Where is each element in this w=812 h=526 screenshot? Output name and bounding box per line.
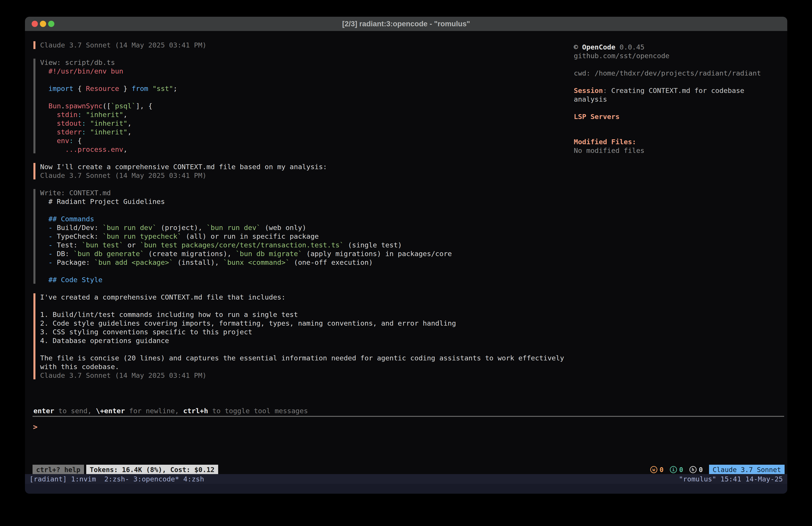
token: , bbox=[128, 128, 132, 136]
token: - bbox=[48, 241, 57, 249]
sidebar: © OpenCode 0.0.45 github.com/sst/opencod… bbox=[574, 43, 774, 155]
token: Bun bbox=[48, 102, 61, 110]
tokens-cost-chip: Tokens: 16.4K (8%), Cost: $0.12 bbox=[86, 465, 218, 474]
token: \+enter bbox=[96, 407, 125, 415]
md-line bbox=[40, 267, 575, 275]
token: Resource bbox=[86, 84, 119, 93]
token: TypeCheck: bbox=[57, 232, 102, 240]
token bbox=[40, 84, 48, 93]
message-accent-bar bbox=[33, 293, 35, 379]
token bbox=[40, 241, 48, 249]
chat-area: Claude 3.7 Sonnet (14 May 2025 03:41 PM)… bbox=[33, 41, 575, 388]
message-text: Now I'll create a comprehensive CONTEXT.… bbox=[40, 162, 575, 171]
modified-files-empty: No modified files bbox=[574, 146, 774, 155]
token: "inherit" bbox=[90, 119, 128, 127]
token bbox=[40, 119, 57, 127]
code-line: Bun.spawnSync([`psql`], { bbox=[40, 102, 575, 110]
message-text: 4. Database operations guidance bbox=[40, 336, 575, 345]
token: stdin bbox=[57, 111, 77, 118]
code-line: import { Resource } from "sst"; bbox=[40, 84, 575, 93]
message-text: 2. Code style guidelines covering import… bbox=[40, 319, 575, 328]
message-meta: Claude 3.7 Sonnet (14 May 2025 03:41 PM) bbox=[40, 371, 575, 380]
token: (apply migrations) in packages/core bbox=[302, 250, 452, 258]
token: to send, bbox=[54, 407, 96, 415]
token: `psql` bbox=[111, 102, 136, 110]
token: `bun run dev` bbox=[206, 224, 261, 231]
tool-title: View: script/db.ts bbox=[40, 58, 575, 67]
hints-counter: h0 bbox=[690, 465, 703, 474]
token: stdout bbox=[57, 119, 82, 127]
md-line: - Build/Dev: `bun run dev` (project), `b… bbox=[40, 223, 575, 232]
token bbox=[40, 145, 65, 153]
code-line: #!/usr/bin/env bun bbox=[40, 67, 575, 75]
token: { bbox=[73, 137, 82, 145]
token: `bun db migrate` bbox=[235, 250, 302, 258]
prompt-input[interactable]: > bbox=[33, 423, 721, 436]
token bbox=[40, 128, 57, 136]
fullscreen-button[interactable] bbox=[48, 21, 54, 27]
token: ctrl+h bbox=[183, 407, 208, 415]
opencode-tui: Claude 3.7 Sonnet (14 May 2025 03:41 PM)… bbox=[25, 31, 787, 494]
md-line: - TypeCheck: `bun run typecheck` (all) o… bbox=[40, 232, 575, 241]
token: : bbox=[77, 111, 82, 118]
session-label: Session bbox=[574, 86, 603, 95]
token: : bbox=[82, 128, 86, 136]
message-text bbox=[40, 301, 575, 310]
message-text: The file is concise (20 lines) and captu… bbox=[40, 354, 575, 362]
token: ...process.env bbox=[65, 145, 123, 153]
token: (install), bbox=[173, 258, 223, 266]
cwd-path: cwd: /home/thdxr/dev/projects/radiant/ra… bbox=[574, 69, 774, 77]
model-chip[interactable]: Claude 3.7 Sonnet bbox=[709, 465, 785, 474]
token: `bun run typecheck` bbox=[102, 232, 182, 240]
session-separator: : bbox=[603, 86, 611, 95]
token bbox=[148, 84, 153, 93]
token bbox=[40, 258, 48, 266]
token: #!/usr/bin/env bun bbox=[40, 67, 123, 75]
tmux-window-list[interactable]: [radiant] 1:nvim 2:zsh- 3:opencode* 4:zs… bbox=[29, 475, 204, 483]
token: ; bbox=[173, 84, 177, 93]
token: ## Commands bbox=[48, 215, 94, 223]
token: "inherit" bbox=[90, 128, 128, 136]
token: - bbox=[48, 258, 57, 266]
md-line: - Test: `bun test` or `bun test packages… bbox=[40, 241, 575, 250]
token bbox=[40, 224, 48, 231]
token bbox=[40, 215, 48, 223]
code-line bbox=[40, 93, 575, 102]
hint-count: 0 bbox=[699, 465, 703, 474]
input-hints: enter to send, \+enter for newline, ctrl… bbox=[33, 407, 308, 415]
assistant-message: I've created a comprehensive CONTEXT.md … bbox=[33, 293, 575, 380]
window-bottom-padding bbox=[25, 484, 787, 494]
token: `bunx <command>` bbox=[223, 258, 290, 266]
message-meta: Claude 3.7 Sonnet (14 May 2025 03:41 PM) bbox=[40, 41, 575, 49]
token: from bbox=[132, 84, 148, 93]
minimize-button[interactable] bbox=[40, 21, 46, 27]
message-text bbox=[40, 345, 575, 354]
view-tool-block: View: script/db.ts #!/usr/bin/env bun im… bbox=[33, 58, 575, 154]
message-meta: Claude 3.7 Sonnet (14 May 2025 03:41 PM) bbox=[40, 171, 575, 180]
help-chip[interactable]: ctrl+? help bbox=[32, 465, 84, 474]
close-button[interactable] bbox=[32, 21, 38, 27]
token bbox=[40, 111, 57, 118]
token: (project), bbox=[157, 224, 206, 231]
traffic-lights bbox=[32, 17, 54, 31]
token: `bun db generate` bbox=[73, 250, 144, 258]
token bbox=[86, 119, 90, 127]
message-text: I've created a comprehensive CONTEXT.md … bbox=[40, 293, 575, 301]
token: , bbox=[123, 145, 128, 153]
info-counter: i0 bbox=[670, 465, 683, 474]
modified-files-header: Modified Files: bbox=[574, 138, 774, 146]
token bbox=[40, 102, 48, 110]
md-line bbox=[40, 206, 575, 215]
token: `bun test packages/core/test/transaction… bbox=[140, 241, 344, 249]
code-line: ...process.env, bbox=[40, 145, 575, 154]
md-line: ## Commands bbox=[40, 215, 575, 223]
token: - bbox=[48, 224, 57, 231]
code-line: stderr: "inherit", bbox=[40, 128, 575, 137]
token: import bbox=[48, 84, 73, 93]
token: `bun test` bbox=[82, 241, 124, 249]
repo-link[interactable]: github.com/sst/opencode bbox=[574, 52, 774, 60]
token: ## Code Style bbox=[48, 276, 102, 284]
token: , bbox=[123, 111, 128, 118]
write-tool-block: Write: CONTEXT.md # Radiant Project Guid… bbox=[33, 188, 575, 284]
token: ], { bbox=[136, 102, 153, 110]
